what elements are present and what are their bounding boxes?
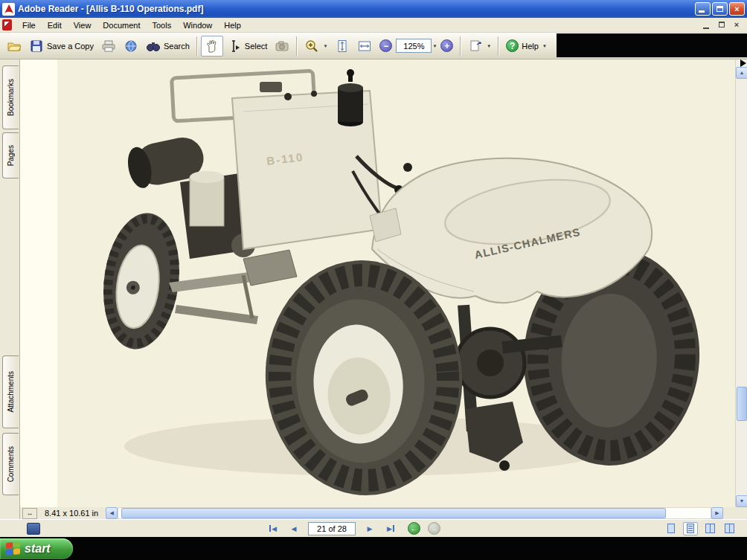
horizontal-scroll-track[interactable] [118, 507, 711, 519]
help-dropdown-arrow[interactable]: ▼ [542, 44, 547, 48]
tab-pages[interactable]: Pages [2, 132, 19, 178]
create-pdf-button[interactable]: ▼ [464, 36, 495, 57]
hand-icon [205, 39, 219, 54]
save-a-copy-button[interactable]: Save a Copy [25, 36, 97, 57]
facing-layout-button[interactable] [722, 522, 737, 535]
menu-help[interactable]: Help [218, 19, 247, 31]
pdf-page: B-110 [20, 59, 735, 507]
fit-page-icon [335, 39, 350, 54]
magnifier-plus-icon [304, 39, 319, 54]
toolbar-separator [498, 36, 499, 56]
first-page-button[interactable]: ◀ [263, 521, 283, 535]
zoom-out-icon: − [379, 39, 392, 52]
pdf-document-icon[interactable] [2, 19, 12, 30]
facing-icon [725, 524, 734, 533]
zoom-in-button[interactable]: + [437, 36, 457, 57]
search-button[interactable]: Search [142, 36, 193, 57]
printer-icon [101, 39, 116, 54]
tab-comments[interactable]: Comments [2, 433, 19, 495]
windows-flag-icon [6, 541, 21, 556]
zoom-in-icon: + [440, 39, 453, 52]
continuous-facing-layout-button[interactable] [702, 522, 717, 535]
pane-resize-icon[interactable]: ↔ [22, 508, 37, 519]
scroll-down-button[interactable]: ▼ [736, 495, 747, 507]
next-view-button[interactable]: → [428, 522, 440, 535]
single-page-icon [667, 524, 675, 533]
last-page-button[interactable]: ▶ [381, 521, 400, 535]
statusbar: ◀ ◀ ▶ ▶ ← → [0, 519, 747, 537]
menu-file[interactable]: File [16, 19, 42, 31]
zoom-tool-dropdown-arrow[interactable]: ▼ [323, 44, 327, 48]
page-number-field[interactable] [308, 522, 356, 535]
zoom-level-input[interactable] [396, 39, 432, 53]
taskbar: start [0, 537, 747, 560]
menu-view[interactable]: View [68, 19, 97, 31]
tab-attachments[interactable]: Attachments [2, 355, 19, 428]
snapshot-button[interactable] [271, 36, 293, 57]
fit-page-button[interactable] [331, 36, 353, 57]
select-ibeam-icon [227, 39, 242, 54]
fit-width-icon [357, 39, 372, 54]
navigation-pane-tabs: Bookmarks Pages Attachments Comments [0, 59, 20, 519]
next-page-button[interactable]: ▶ [360, 521, 379, 535]
continuous-icon [687, 524, 694, 533]
email-globe-icon [124, 39, 138, 54]
tab-bookmarks[interactable]: Bookmarks [2, 65, 19, 129]
email-button[interactable] [120, 36, 142, 57]
create-pdf-page-icon [468, 39, 483, 54]
document-status-icon[interactable] [27, 523, 40, 535]
continuous-layout-button[interactable] [683, 522, 698, 535]
toolbar-empty-region [557, 33, 747, 57]
titlebar: Adobe Reader - [Allis B-110 Operations.p… [0, 0, 747, 18]
create-pdf-dropdown-arrow[interactable]: ▼ [487, 44, 491, 48]
help-label: Help [522, 42, 539, 51]
start-label: start [25, 542, 51, 556]
print-button[interactable] [97, 36, 120, 57]
restore-button[interactable] [712, 2, 728, 16]
horizontal-scroll-row: ↔ 8.41 x 10.61 in ◀ ▶ [20, 507, 735, 519]
menu-document[interactable]: Document [97, 19, 146, 31]
toolbar-separator [296, 36, 298, 56]
page-size-readout: 8.41 x 10.61 in [37, 509, 106, 518]
previous-page-button[interactable]: ◀ [284, 521, 304, 535]
adobe-reader-app-icon [2, 3, 15, 16]
help-button[interactable]: ? Help ▼ [502, 36, 551, 57]
save-a-copy-label: Save a Copy [47, 42, 94, 51]
select-tool-button[interactable]: Select [223, 36, 272, 57]
zoom-tool-button[interactable]: ▼ [301, 36, 331, 57]
start-button[interactable]: start [0, 538, 73, 559]
help-icon: ? [506, 39, 519, 52]
mdi-restore-button[interactable] [716, 20, 728, 30]
search-label: Search [164, 42, 190, 51]
zoom-out-button[interactable]: − [376, 36, 396, 57]
continuous-facing-icon [705, 524, 715, 533]
toolbar: Save a Copy Search [0, 33, 747, 59]
scroll-up-button[interactable]: ▲ [736, 67, 747, 79]
close-button[interactable]: × [729, 2, 745, 16]
vertical-scroll-thumb[interactable] [737, 387, 747, 421]
page-layout-buttons [664, 522, 737, 535]
previous-view-button[interactable]: ← [408, 522, 420, 535]
mdi-minimize-button[interactable] [701, 20, 713, 30]
horizontal-scroll-thumb[interactable] [121, 508, 666, 518]
mdi-close-button[interactable]: × [731, 20, 743, 30]
search-binoculars-icon [146, 39, 161, 54]
fit-width-button[interactable] [353, 36, 376, 57]
menu-edit[interactable]: Edit [42, 19, 68, 31]
scroll-left-button[interactable]: ◀ [106, 507, 118, 519]
scroll-right-button[interactable]: ▶ [711, 507, 723, 519]
menu-tools[interactable]: Tools [147, 19, 178, 31]
open-folder-icon [7, 39, 22, 54]
open-button[interactable] [3, 36, 25, 57]
scrollbar-corner [723, 507, 735, 519]
vertical-scrollbar[interactable]: ▲ ▼ [735, 59, 747, 507]
minimize-button[interactable] [695, 2, 711, 16]
floppy-disk-icon [29, 39, 44, 54]
select-label: Select [245, 42, 268, 51]
menu-window[interactable]: Window [177, 19, 218, 31]
toolbar-separator [196, 36, 198, 56]
single-page-layout-button[interactable] [664, 522, 679, 535]
hand-tool-button[interactable] [201, 36, 223, 57]
window-title: Adobe Reader - [Allis B-110 Operations.p… [18, 4, 695, 14]
article-pointer-icon [740, 59, 746, 67]
